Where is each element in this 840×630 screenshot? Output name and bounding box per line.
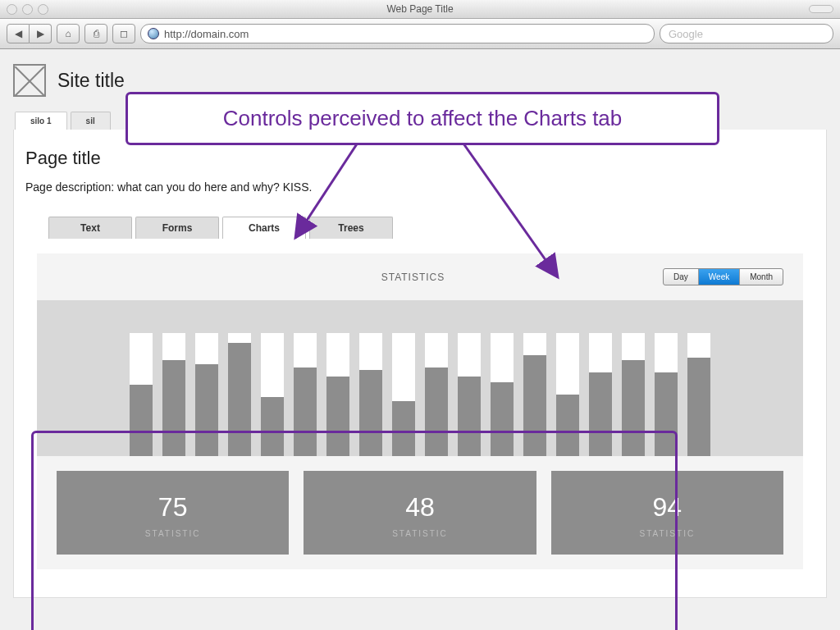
page-title: Page title [25,148,815,169]
bar-14 [556,333,579,456]
window-minimize-icon[interactable] [22,4,33,15]
search-input[interactable]: Google [660,24,833,43]
bar-3 [195,333,218,456]
stat-label: STATISTIC [304,529,536,538]
segment-day[interactable]: Day [664,269,699,285]
page-body: Controls perceived to affect the Charts … [0,49,840,630]
window-close-icon[interactable] [7,4,17,15]
stat-value: 48 [304,492,536,523]
charts-panel: STATISTICS Day Week Month 75 [25,239,815,578]
bar-18 [687,333,710,456]
stat-label: STATISTIC [551,529,783,538]
bar-9 [392,333,415,456]
bar-6 [294,333,317,456]
search-placeholder: Google [669,28,703,40]
bar-12 [491,333,514,456]
time-range-segment: Day Week Month [663,268,783,285]
tab-trees[interactable]: Trees [309,217,393,239]
tab-text[interactable]: Text [48,217,132,239]
bar-2 [162,333,185,456]
window-title: Web Page Title [0,3,840,15]
annotation-text: Controls perceived to affect the Charts … [223,106,623,130]
window-zoom-icon[interactable] [38,4,48,15]
site-logo-icon [13,64,46,97]
segment-month[interactable]: Month [740,269,783,285]
bar-13 [523,333,546,456]
bar-10 [425,333,448,456]
url-input[interactable]: http://domain.com [140,24,655,43]
window-pill-icon [809,5,833,13]
bar-5 [261,333,284,456]
silo-tab-2[interactable]: sil [71,112,111,130]
stat-card-3: 94 STATISTIC [551,471,783,555]
stat-value: 75 [57,492,289,523]
content-tabs: Text Forms Charts Trees [48,217,815,239]
stat-card-1: 75 STATISTIC [57,471,289,555]
bar-11 [458,333,481,456]
window-titlebar: Web Page Title [0,0,840,19]
annotation-callout: Controls perceived to affect the Charts … [126,92,719,145]
print-button[interactable]: ⎙ [84,24,107,43]
bar-17 [655,333,678,456]
bar-4 [228,333,251,456]
page-description: Page description: what can you do here a… [25,180,815,194]
url-text: http://domain.com [164,28,249,40]
tab-forms[interactable]: Forms [135,217,219,239]
browser-toolbar: ◀ ▶ ⌂ ⎙ ◻ http://domain.com Google [0,19,840,49]
bar-8 [359,333,382,456]
forward-button[interactable]: ▶ [30,24,52,43]
stat-value: 94 [551,492,783,523]
silo-tab-1[interactable]: silo 1 [15,112,67,130]
tab-charts[interactable]: Charts [222,217,306,239]
home-button[interactable]: ⌂ [57,24,80,43]
stat-label: STATISTIC [57,529,289,538]
bar-16 [622,333,645,456]
site-title: Site title [57,70,125,92]
bar-1 [130,333,153,456]
stat-card-2: 48 STATISTIC [304,471,536,555]
stop-button[interactable]: ◻ [112,24,135,43]
segment-week[interactable]: Week [699,269,740,285]
stats-title: STATISTICS [163,272,663,283]
bar-chart [37,300,803,456]
bar-7 [326,333,349,456]
bar-15 [589,333,612,456]
globe-icon [148,28,159,39]
back-button[interactable]: ◀ [7,24,30,43]
